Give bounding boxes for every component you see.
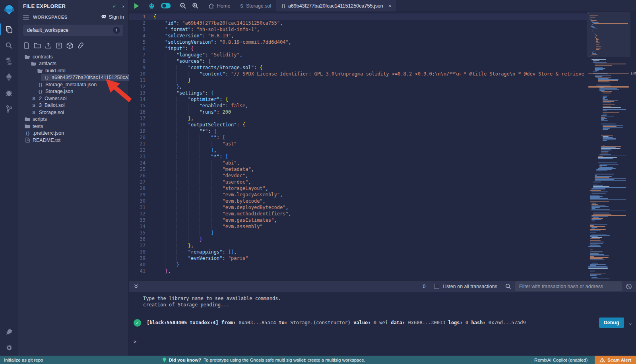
minimap-line bbox=[595, 70, 599, 71]
terminal-prompt[interactable]: > bbox=[134, 339, 136, 345]
minimap-line bbox=[603, 125, 623, 126]
ai-toggle-on[interactable] bbox=[161, 3, 171, 9]
minimap-line bbox=[590, 273, 606, 274]
minimap-line bbox=[601, 153, 608, 153]
transaction-filter-input[interactable] bbox=[515, 281, 622, 291]
remixai-robot-icon[interactable] bbox=[148, 2, 155, 9]
minimap-line bbox=[588, 14, 589, 14]
search-icon[interactable] bbox=[0, 37, 18, 53]
minimap-line bbox=[603, 137, 613, 138]
github-sign-in[interactable]: Sign in bbox=[101, 14, 124, 20]
code-line: "language": "Solidity", bbox=[153, 52, 636, 58]
listen-checkbox[interactable] bbox=[434, 284, 439, 289]
minimap-line bbox=[598, 168, 616, 169]
tree-item[interactable]: scripts bbox=[18, 116, 128, 123]
clear-console-icon[interactable] bbox=[626, 283, 632, 290]
remix-logo-icon[interactable] bbox=[0, 1, 18, 19]
code-line: "contracts/Storage.sol": { bbox=[153, 64, 636, 71]
tree-item[interactable]: {}.prettierrc.json bbox=[18, 130, 128, 137]
git-icon[interactable] bbox=[0, 101, 18, 117]
minimap-line bbox=[590, 190, 601, 191]
line-number: 10 bbox=[129, 71, 153, 77]
tab-build-info-json[interactable]: {} a69b43f277ba20fcac141151250ca755.json… bbox=[276, 0, 396, 12]
workspace-dropdown[interactable]: default_workspace ▲▼ bbox=[23, 25, 123, 36]
minimap-line bbox=[591, 228, 595, 229]
copilot-status[interactable]: RemixAI Copilot (enabled) bbox=[534, 358, 588, 362]
minimap-line bbox=[601, 149, 611, 150]
minimap-line bbox=[595, 178, 626, 179]
code-editor[interactable]: 1234567891011121314151617181920212223242… bbox=[129, 12, 636, 280]
line-number: 7 bbox=[129, 52, 153, 58]
upload-file-icon[interactable] bbox=[45, 42, 52, 49]
tree-item[interactable]: S2_Owner.sol bbox=[18, 95, 128, 102]
scam-alert-badge[interactable]: Scam Alert bbox=[595, 356, 636, 364]
line-number: 18 bbox=[129, 122, 153, 128]
upload-folder-icon[interactable] bbox=[56, 42, 62, 49]
minimap-line bbox=[590, 196, 603, 197]
deploy-and-run-icon[interactable] bbox=[0, 69, 18, 85]
panel-expand-icon[interactable]: › bbox=[122, 3, 124, 9]
minimap-line bbox=[590, 223, 596, 224]
solidity-compiler-icon[interactable] bbox=[0, 53, 18, 69]
tree-item[interactable]: {}Storage.json bbox=[18, 88, 128, 95]
tree-item[interactable]: SStorage.sol bbox=[18, 109, 128, 116]
git-init-status[interactable]: Initialize as git repo bbox=[0, 358, 162, 362]
line-number: 29 bbox=[129, 192, 153, 198]
tree-item[interactable]: S3_Ballot.sol bbox=[18, 102, 128, 109]
code-line: "evmVersion": "paris" bbox=[153, 255, 636, 261]
new-folder-icon[interactable] bbox=[34, 42, 41, 49]
run-script-icon[interactable] bbox=[134, 3, 140, 9]
line-number: 27 bbox=[129, 179, 153, 185]
tree-item[interactable]: artifacts bbox=[18, 60, 128, 68]
minimap[interactable] bbox=[587, 12, 630, 280]
minimap-line bbox=[598, 158, 613, 159]
link-icon[interactable] bbox=[77, 42, 84, 49]
minimap-line bbox=[590, 197, 600, 198]
terminal-body[interactable]: Type the library name to see available c… bbox=[129, 292, 636, 356]
code-line: "solcLongVersion": "0.8.19+commit.7dd6d4… bbox=[153, 39, 636, 45]
minimap-slider[interactable] bbox=[587, 12, 630, 57]
status-right: RemixAI Copilot (enabled) Scam Alert bbox=[478, 356, 636, 364]
workspaces-menu-icon[interactable] bbox=[23, 14, 29, 21]
editor-scrollbar[interactable]: us bbox=[630, 12, 636, 280]
tree-item[interactable]: {}a69b43f277ba20fcac141151250ca7... bbox=[18, 74, 128, 81]
minimap-line bbox=[593, 72, 597, 72]
minimap-line bbox=[593, 217, 599, 218]
minimap-line bbox=[603, 134, 608, 135]
tab-home[interactable]: Home bbox=[204, 0, 235, 12]
panel-title: FILE EXPLORER bbox=[23, 3, 112, 9]
folder-open-icon bbox=[31, 61, 37, 66]
plugin-manager-icon[interactable] bbox=[0, 324, 18, 340]
code-lines: { "id": "a69b43f277ba20fcac141151250ca75… bbox=[153, 12, 636, 274]
tree-item[interactable]: README.txt bbox=[18, 137, 128, 144]
new-file-icon[interactable] bbox=[23, 42, 30, 49]
minimap-line bbox=[599, 90, 605, 91]
collapse-terminal-icon[interactable] bbox=[134, 284, 139, 289]
tree-item[interactable]: build-info bbox=[18, 67, 128, 74]
minimap-line bbox=[591, 209, 610, 210]
minimap-line bbox=[591, 261, 599, 261]
minimap-line bbox=[601, 116, 614, 117]
line-number: 2 bbox=[129, 20, 153, 26]
file-explorer-icon[interactable] bbox=[0, 21, 18, 37]
minimap-line bbox=[599, 155, 626, 156]
zoom-in-icon[interactable] bbox=[192, 2, 199, 9]
cube-icon[interactable] bbox=[66, 42, 73, 49]
tree-item-label: README.txt bbox=[33, 137, 60, 143]
minimap-line bbox=[599, 89, 619, 90]
tx-expand-chevron-icon[interactable]: ⌄ bbox=[629, 319, 632, 326]
zoom-out-icon[interactable] bbox=[180, 2, 186, 9]
listen-label[interactable]: Listen on all transactions bbox=[442, 284, 497, 289]
tree-item[interactable]: contracts bbox=[18, 53, 128, 60]
clipped-text-fragment: us bbox=[631, 71, 636, 76]
tab-storage-sol[interactable]: S Storage.sol bbox=[235, 0, 276, 12]
settings-gear-icon[interactable] bbox=[0, 340, 18, 356]
terminal-search-icon[interactable] bbox=[505, 283, 511, 289]
code-line: "*": { bbox=[153, 128, 636, 134]
debug-button[interactable]: Debug bbox=[599, 318, 624, 328]
line-number: 12 bbox=[129, 83, 153, 90]
tree-item[interactable]: tests bbox=[18, 123, 128, 130]
close-tab-icon[interactable]: × bbox=[388, 3, 392, 9]
debugger-icon[interactable] bbox=[0, 85, 18, 101]
tree-item[interactable]: {}Storage_metadata.json bbox=[18, 81, 128, 88]
